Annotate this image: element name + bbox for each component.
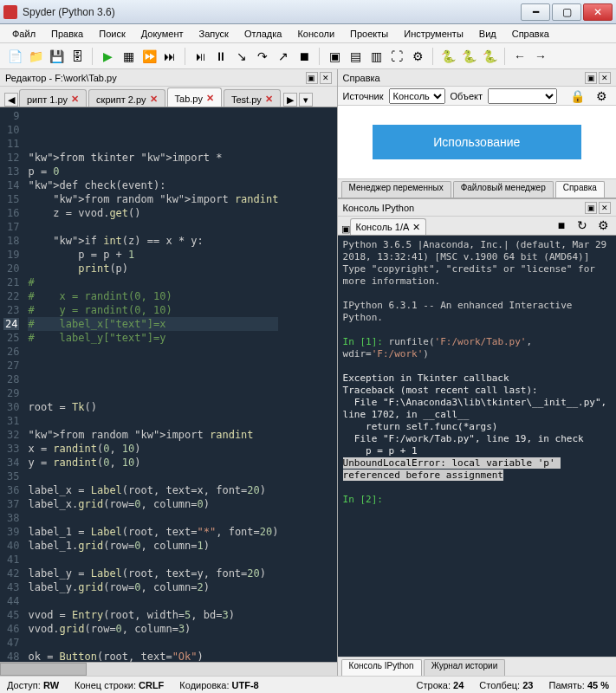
editor-tab[interactable]: рипт 1.py✕ <box>19 89 87 107</box>
status-eol-value: CRLF <box>139 680 164 690</box>
status-row-label: Строка: <box>417 680 451 690</box>
window-title: Spyder (Python 3.6) <box>23 6 521 18</box>
editor-tab[interactable]: Test.py✕ <box>224 89 281 107</box>
console-stop-icon[interactable]: ■ <box>552 216 571 235</box>
status-mem-label: Память: <box>548 680 584 690</box>
gear-icon[interactable]: ⚙ <box>408 47 427 66</box>
editor-tab-label: скрипт 2.py <box>96 94 146 105</box>
menu-файл[interactable]: Файл <box>5 27 42 41</box>
menu-запуск[interactable]: Запуск <box>192 27 236 41</box>
console-undock-icon[interactable]: ▣ <box>585 202 597 214</box>
console-tab[interactable]: Консоль 1/A ✕ <box>350 218 427 235</box>
layout1-icon[interactable]: ▣ <box>325 47 344 66</box>
tab-close-icon[interactable]: ✕ <box>150 94 158 105</box>
tab-close-icon[interactable]: ✕ <box>265 94 273 105</box>
debug-step-over-icon[interactable]: ↷ <box>253 47 272 66</box>
nav-back-icon[interactable]: ← <box>510 47 529 66</box>
python3-icon[interactable]: 🐍 <box>480 47 499 66</box>
folder-icon[interactable]: 📁 <box>26 47 45 66</box>
help-lock-icon[interactable]: 🔒 <box>567 87 587 106</box>
debug-step-out-icon[interactable]: ↗ <box>274 47 293 66</box>
maximize-button[interactable]: ▢ <box>552 3 581 21</box>
console-bottom-tab[interactable]: Консоль IPython <box>341 659 422 676</box>
console-tab-bar: ▣ Консоль 1/A ✕ ■ ↻ ⚙ <box>338 217 616 236</box>
console-gear-icon[interactable]: ⚙ <box>593 216 613 235</box>
window-titlebar: Spyder (Python 3.6) ━ ▢ ✕ <box>0 0 616 24</box>
menu-инструменты[interactable]: Инструменты <box>397 27 470 41</box>
menu-документ[interactable]: Документ <box>134 27 191 41</box>
menu-проекты[interactable]: Проекты <box>343 27 395 41</box>
python1-icon[interactable]: 🐍 <box>438 47 457 66</box>
file-icon[interactable]: 📄 <box>5 47 24 66</box>
layout3-icon[interactable]: ▥ <box>366 47 386 66</box>
status-access-value: RW <box>43 680 59 690</box>
debug-step-in-icon[interactable]: ↘ <box>232 47 251 66</box>
main-toolbar: 📄📁💾🗄▶▦⏩⏭⏯⏸↘↷↗⏹▣▤▥⛶⚙🐍🐍🐍←→ <box>0 43 616 69</box>
tab-nav-prev[interactable]: ◀ <box>4 93 18 107</box>
save-all-icon[interactable]: 🗄 <box>68 47 87 66</box>
nav-fwd-icon[interactable]: → <box>531 47 550 66</box>
console-bottom-tabs: Консоль IPythonЖурнал истории <box>338 657 616 676</box>
menu-консоли[interactable]: Консоли <box>290 27 341 41</box>
debug-play-icon[interactable]: ⏯ <box>191 47 210 66</box>
help-tab[interactable]: Файловый менеджер <box>453 181 554 198</box>
console-pane-header: Консоль IPython ▣ ✕ <box>338 199 616 217</box>
menu-справка[interactable]: Справка <box>505 27 556 41</box>
console-close-icon[interactable]: ✕ <box>599 202 611 214</box>
help-controls: Источник Консоль Объект 🔒 ⚙ <box>338 87 616 106</box>
tab-close-icon[interactable]: ✕ <box>71 94 79 105</box>
tab-list-icon[interactable]: ▾ <box>299 93 313 107</box>
code-editor[interactable]: 9101112131415161718192021222324252627282… <box>0 107 337 662</box>
editor-pane-header: Редактор - F:\work\Tab.py ▣ ✕ <box>0 69 337 87</box>
debug-stop-icon[interactable]: ⏹ <box>295 47 314 66</box>
console-bottom-tab[interactable]: Журнал истории <box>424 659 506 676</box>
editor-tab[interactable]: скрипт 2.py✕ <box>88 89 165 107</box>
editor-header-label: Редактор - F:\work\Tab.py <box>5 73 117 83</box>
close-button[interactable]: ✕ <box>583 3 613 21</box>
status-enc-label: Кодировка: <box>179 680 229 690</box>
pane-close-icon[interactable]: ✕ <box>320 72 332 84</box>
help-close-icon[interactable]: ✕ <box>599 72 611 84</box>
status-col-value: 23 <box>522 680 533 690</box>
cell-icon[interactable]: ▦ <box>119 47 138 66</box>
status-row-value: 24 <box>453 680 464 690</box>
status-bar: Доступ: RW Конец строки: CRLF Кодировка:… <box>0 676 616 693</box>
console-output[interactable]: Python 3.6.5 |Anaconda, Inc.| (default, … <box>338 236 616 657</box>
editor-tab-label: Tab.py <box>175 94 203 104</box>
save-icon[interactable]: 💾 <box>47 47 66 66</box>
editor-tab-label: рипт 1.py <box>27 94 68 105</box>
fullscreen-icon[interactable]: ⛶ <box>387 47 406 66</box>
help-undock-icon[interactable]: ▣ <box>585 72 597 84</box>
menu-поиск[interactable]: Поиск <box>92 27 132 41</box>
menu-отладка[interactable]: Отладка <box>237 27 289 41</box>
help-gear-icon[interactable]: ⚙ <box>592 87 611 106</box>
tab-close-icon[interactable]: ✕ <box>206 93 214 104</box>
menu-вид[interactable]: Вид <box>472 27 503 41</box>
help-tab[interactable]: Справка <box>555 181 605 198</box>
status-col-label: Столбец: <box>479 680 520 690</box>
editor-tab[interactable]: Tab.py✕ <box>167 87 222 107</box>
menu-bar: ФайлПравкаПоискДокументЗапускОтладкаКонс… <box>0 24 616 43</box>
cell-next-icon[interactable]: ⏩ <box>139 47 159 66</box>
editor-scrollbar-h[interactable] <box>0 662 337 676</box>
status-eol-label: Конец строки: <box>75 680 136 690</box>
debug-pause-icon[interactable]: ⏸ <box>211 47 230 66</box>
play-icon[interactable]: ▶ <box>98 47 117 66</box>
tab-nav-next[interactable]: ▶ <box>283 93 297 107</box>
console-tab-close-icon[interactable]: ✕ <box>412 222 420 233</box>
help-banner: Использование <box>373 125 581 159</box>
help-object-select[interactable] <box>488 88 557 104</box>
layout2-icon[interactable]: ▤ <box>346 47 365 66</box>
python2-icon[interactable]: 🐍 <box>459 47 478 66</box>
pane-undock-icon[interactable]: ▣ <box>306 72 318 84</box>
help-pane-header: Справка ▣ ✕ <box>338 69 616 87</box>
status-enc-value: UTF-8 <box>232 680 259 690</box>
console-clear-icon[interactable]: ↻ <box>573 216 592 235</box>
help-tab[interactable]: Менеджер переменных <box>341 181 451 198</box>
minimize-button[interactable]: ━ <box>521 3 550 21</box>
menu-правка[interactable]: Правка <box>44 27 90 41</box>
console-tab-icon[interactable]: ▣ <box>341 223 350 235</box>
step-icon[interactable]: ⏭ <box>160 47 179 66</box>
app-icon <box>3 5 17 19</box>
help-source-select[interactable]: Консоль <box>389 88 445 104</box>
